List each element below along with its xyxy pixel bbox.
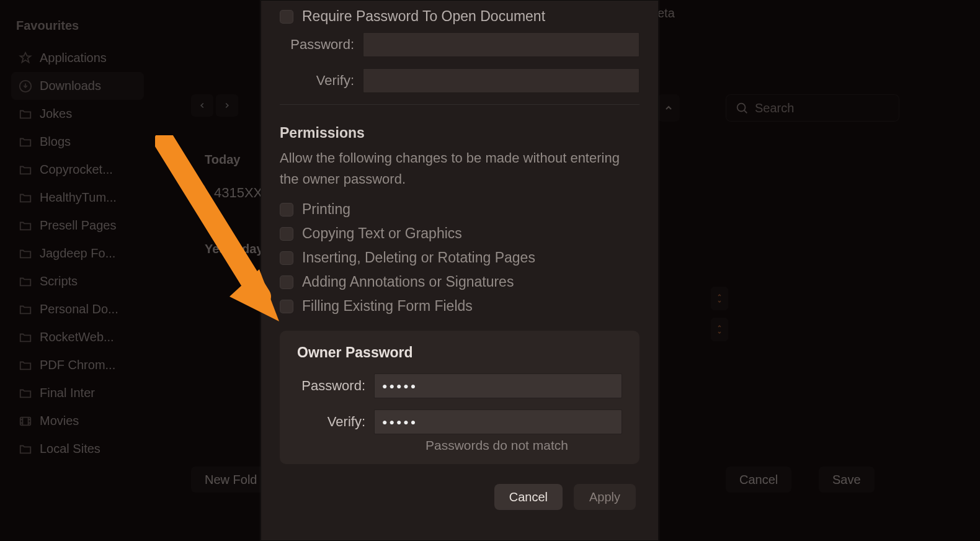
search-field[interactable]: Search — [726, 94, 899, 122]
sidebar-item-rocketweb[interactable]: RocketWeb... — [11, 323, 144, 351]
sidebar-item-label: Copyrocket... — [40, 163, 113, 177]
details-label-trunc: eta — [657, 6, 675, 20]
sidebar-item-label: Blogs — [40, 135, 71, 149]
perm-label: Filling Existing Form Fields — [302, 298, 473, 315]
owner-password-value: ●●●●● — [382, 381, 417, 391]
folder-icon — [19, 359, 32, 372]
sidebar-item-label: Presell Pages — [40, 218, 116, 233]
owner-password-panel: Owner Password Password: ●●●●● Verify: ●… — [280, 331, 639, 464]
folder-icon — [19, 387, 32, 400]
button-label: Cancel — [509, 490, 548, 504]
owner-verify-value: ●●●●● — [382, 417, 417, 427]
perm-filling-checkbox[interactable] — [280, 300, 293, 313]
doc-verify-input[interactable] — [363, 68, 639, 93]
svg-point-2 — [737, 104, 746, 112]
folder-icon — [19, 303, 32, 316]
sidebar-item-label: Personal Do... — [40, 302, 118, 316]
chevron-up-icon — [716, 293, 723, 298]
save-button-bg[interactable]: Save — [819, 467, 875, 493]
folder-icon — [19, 275, 32, 288]
owner-password-label: Password: — [297, 378, 365, 394]
file-thumbnail — [189, 185, 205, 201]
svg-rect-1 — [20, 417, 31, 425]
sidebar-item-localsites[interactable]: Local Sites — [11, 435, 144, 463]
search-icon — [735, 101, 749, 115]
sidebar-item-pdfchrom[interactable]: PDF Chrom... — [11, 351, 144, 379]
sidebar-item-applications[interactable]: Applications — [11, 44, 144, 72]
folder-icon — [19, 135, 32, 149]
owner-password-title: Owner Password — [297, 344, 622, 361]
dropdown-collapse[interactable] — [657, 94, 680, 122]
dialog-cancel-button[interactable]: Cancel — [494, 484, 563, 510]
group-header-today: Today — [205, 153, 240, 167]
sidebar-header: Favourites — [11, 19, 144, 33]
sidebar-item-downloads[interactable]: Downloads — [11, 72, 144, 100]
require-password-checkbox[interactable] — [280, 10, 293, 24]
sidebar-item-label: Jagdeep Fo... — [40, 246, 115, 261]
sidebar-item-healthytum[interactable]: HealthyTum... — [11, 184, 144, 212]
folder-icon — [19, 247, 32, 261]
cancel-button-bg[interactable]: Cancel — [726, 467, 791, 493]
perm-annotations-checkbox[interactable] — [280, 275, 293, 289]
new-folder-button[interactable]: New Fold — [191, 467, 270, 493]
perm-label: Copying Text or Graphics — [302, 225, 462, 242]
forward-button[interactable] — [216, 94, 238, 117]
permissions-dialog: Require Password To Open Document Passwo… — [261, 0, 659, 541]
owner-verify-input[interactable]: ●●●●● — [374, 409, 622, 434]
file-name: 4315XX — [214, 185, 262, 201]
sidebar-item-movies[interactable]: Movies — [11, 407, 144, 435]
sidebar-item-label: Final Inter — [40, 386, 95, 400]
divider — [280, 104, 639, 105]
chevron-down-icon — [716, 299, 723, 304]
folder-icon — [19, 163, 32, 177]
dialog-apply-button[interactable]: Apply — [574, 484, 636, 510]
sidebar: Favourites Applications Downloads Jokes … — [0, 0, 155, 541]
folder-icon — [19, 442, 32, 456]
perm-label: Adding Annotations or Signatures — [302, 274, 514, 290]
applications-icon — [19, 51, 32, 65]
perm-printing-checkbox[interactable] — [280, 203, 293, 217]
password-mismatch-warning: Passwords do not match — [297, 438, 622, 453]
doc-password-label: Password: — [280, 37, 354, 53]
sidebar-item-label: Jokes — [40, 107, 72, 121]
sidebar-item-label: Local Sites — [40, 442, 100, 456]
downloads-icon — [19, 79, 32, 93]
perm-copying-checkbox[interactable] — [280, 227, 293, 241]
search-placeholder: Search — [755, 101, 794, 115]
doc-verify-label: Verify: — [280, 73, 354, 89]
sidebar-item-presell[interactable]: Presell Pages — [11, 212, 144, 239]
sidebar-item-label: Movies — [40, 414, 79, 428]
back-button[interactable] — [191, 94, 213, 117]
sidebar-item-jagdeep[interactable]: Jagdeep Fo... — [11, 239, 144, 267]
perm-label: Printing — [302, 201, 350, 218]
sidebar-item-label: Downloads — [40, 79, 101, 93]
require-password-label: Require Password To Open Document — [302, 8, 545, 25]
perm-inserting-checkbox[interactable] — [280, 251, 293, 265]
sidebar-item-copyrocket[interactable]: Copyrocket... — [11, 156, 144, 184]
group-header-yesterday: Yesterday — [205, 242, 264, 256]
folder-icon — [19, 107, 32, 121]
permissions-desc: Allow the following changes to be made w… — [280, 148, 639, 190]
owner-password-input[interactable]: ●●●●● — [374, 373, 622, 398]
sidebar-item-scripts[interactable]: Scripts — [11, 267, 144, 295]
sidebar-item-label: RocketWeb... — [40, 330, 114, 344]
sidebar-item-finalinter[interactable]: Final Inter — [11, 379, 144, 407]
doc-password-input[interactable] — [363, 32, 639, 57]
sidebar-item-personal[interactable]: Personal Do... — [11, 295, 144, 323]
chevron-left-icon — [198, 101, 207, 110]
folder-icon — [19, 219, 32, 233]
sidebar-item-blogs[interactable]: Blogs — [11, 128, 144, 156]
svg-line-3 — [164, 141, 261, 297]
stepper-2[interactable] — [711, 318, 728, 341]
svg-point-0 — [20, 80, 31, 91]
button-label: New Fold — [205, 473, 257, 487]
stepper-1[interactable] — [711, 287, 728, 310]
sidebar-item-jokes[interactable]: Jokes — [11, 100, 144, 128]
button-label: Cancel — [739, 473, 778, 487]
button-label: Save — [832, 473, 861, 487]
permissions-title: Permissions — [280, 125, 639, 141]
sidebar-item-label: Scripts — [40, 274, 78, 288]
button-label: Apply — [589, 490, 620, 504]
file-row[interactable]: 4315XX — [189, 185, 262, 201]
sidebar-item-label: HealthyTum... — [40, 190, 117, 205]
